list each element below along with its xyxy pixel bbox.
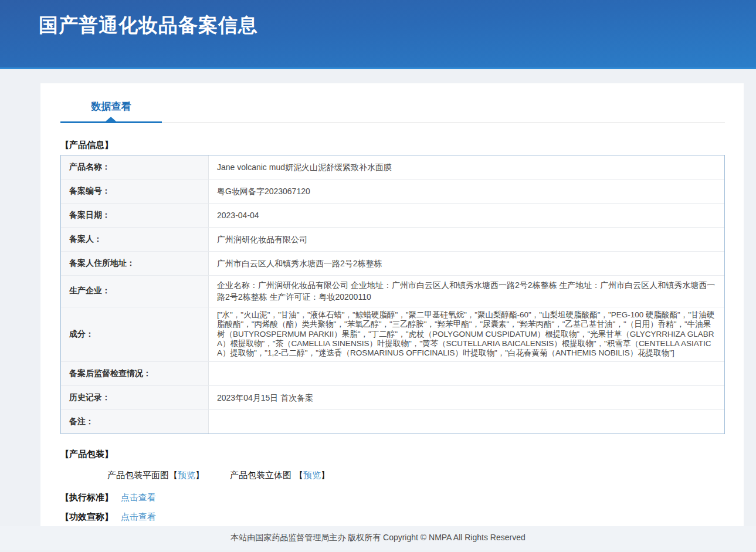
execution-standard-view-link[interactable]: 点击查看: [121, 492, 156, 503]
table-row-registration_number: 备案编号：粤G妆网备字2023067120: [61, 180, 724, 204]
efficacy-claim-line: 【功效宣称】 点击查看: [60, 512, 725, 523]
packaging-stereo-label: 产品包装立体图: [230, 470, 291, 480]
table-row-ingredients: 成分：["水"，"火山泥"，"甘油"，"液体石蜡"，"鲸蜡硬脂醇"，"聚二甲基硅…: [61, 307, 724, 362]
row-value: [209, 362, 724, 385]
page-header: 国产普通化妆品备案信息: [0, 0, 756, 69]
row-label: 历史记录：: [61, 386, 209, 409]
product-info-heading: 【产品信息】: [60, 140, 725, 151]
row-label: 备案人住所地址：: [61, 252, 209, 275]
tab-active-caret-icon: [106, 117, 116, 121]
row-label: 备案编号：: [61, 180, 209, 203]
product-info-table: 产品名称：Jane volcanic mud妍泥火山泥舒缓紧致补水面膜备案编号：…: [60, 155, 725, 434]
row-value: 企业名称：广州润研化妆品有限公司 企业地址：广州市白云区人和镇秀水塘西一路2号2…: [209, 276, 724, 307]
row-value: Jane volcanic mud妍泥火山泥舒缓紧致补水面膜: [209, 155, 724, 179]
row-label: 备案人：: [61, 228, 209, 251]
packaging-stereo-preview-link[interactable]: 预览: [303, 470, 321, 480]
tab-bar: 数据查看: [60, 83, 725, 123]
bracket-close: 】: [321, 470, 330, 480]
table-row-history: 历史记录：2023年04月15日 首次备案: [61, 386, 724, 410]
row-value: 广州润研化妆品有限公司: [209, 228, 724, 251]
bracket-open: 【: [169, 470, 178, 480]
table-row-manufacturer: 生产企业：企业名称：广州润研化妆品有限公司 企业地址：广州市白云区人和镇秀水塘西…: [61, 276, 724, 307]
table-row-post_registration_supervision: 备案后监督检查情况：: [61, 362, 724, 386]
efficacy-claim-heading: 【功效宣称】: [60, 512, 113, 523]
packaging-line: 产品包装平面图【预览】产品包装立体图【预览】: [60, 470, 725, 481]
row-label: 产品名称：: [61, 155, 209, 179]
row-label: 生产企业：: [61, 276, 209, 307]
table-row-product_name: 产品名称：Jane volcanic mud妍泥火山泥舒缓紧致补水面膜: [61, 155, 724, 180]
efficacy-claim-view-link[interactable]: 点击查看: [121, 512, 156, 523]
row-value: 2023-04-04: [209, 204, 724, 227]
row-label: 成分：: [61, 307, 209, 361]
row-label: 备注：: [61, 410, 209, 434]
product-packaging-heading: 【产品包装】: [60, 449, 725, 460]
row-value: 广州市白云区人和镇秀水塘西一路2号2栋整栋: [209, 252, 724, 275]
page-footer: 本站由国家药品监督管理局主办 版权所有 Copyright © NMPA All…: [0, 526, 756, 550]
row-value: 粤G妆网备字2023067120: [209, 180, 724, 203]
bracket-open: 【: [294, 470, 303, 480]
table-row-remarks: 备注：: [61, 410, 724, 434]
packaging-flat-preview-link[interactable]: 预览: [178, 470, 195, 480]
row-value: [209, 410, 724, 434]
tab-active-underline: [60, 121, 162, 123]
execution-standard-line: 【执行标准】 点击查看: [60, 492, 725, 503]
row-label: 备案后监督检查情况：: [61, 362, 209, 385]
table-row-registrant_address: 备案人住所地址：广州市白云区人和镇秀水塘西一路2号2栋整栋: [61, 252, 724, 276]
row-label: 备案日期：: [61, 204, 209, 227]
packaging-stereo-group: 产品包装立体图【预览】: [230, 470, 330, 480]
table-row-registration_date: 备案日期：2023-04-04: [61, 204, 724, 228]
packaging-flat-group: 产品包装平面图【预览】: [107, 470, 204, 480]
packaging-flat-label: 产品包装平面图: [107, 470, 169, 480]
bracket-close: 】: [195, 470, 204, 480]
page-title: 国产普通化妆品备案信息: [0, 0, 756, 39]
row-value: ["水"，"火山泥"，"甘油"，"液体石蜡"，"鲸蜡硬脂醇"，"聚二甲基硅氧烷"…: [209, 307, 724, 361]
row-value: 2023年04月15日 首次备案: [209, 386, 724, 409]
content-card: 数据查看 【产品信息】 产品名称：Jane volcanic mud妍泥火山泥舒…: [40, 83, 744, 526]
execution-standard-heading: 【执行标准】: [60, 492, 113, 503]
table-row-registrant: 备案人：广州润研化妆品有限公司: [61, 228, 724, 252]
